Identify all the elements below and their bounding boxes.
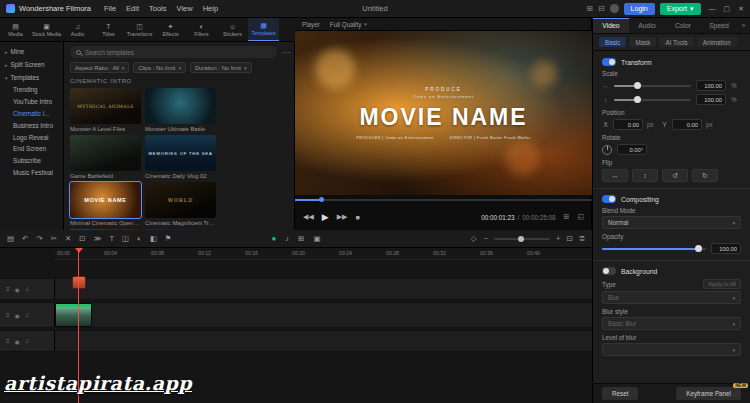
sidebar-item-subscribe[interactable]: Subscribe <box>0 155 63 167</box>
close-icon[interactable]: ✕ <box>738 5 744 13</box>
minimize-icon[interactable]: — <box>709 5 716 12</box>
template-card-minimal-cinematic-opener-02[interactable]: MOVIE NAMEMinimal Cinematic Opener 02 <box>70 182 141 226</box>
blend-mode-dropdown[interactable]: Normal ▾ <box>602 216 741 229</box>
menu-edit[interactable]: Edit <box>126 4 139 13</box>
tab-filters[interactable]: ◐Filters <box>186 18 217 41</box>
fullscreen-icon[interactable]: ◱ <box>577 213 584 221</box>
snapshot-icon[interactable]: ⊞ <box>298 234 304 243</box>
rotate-cw-icon[interactable]: ↻ <box>692 169 718 182</box>
sidebar-item-business-intro[interactable]: Business Intro <box>0 119 63 131</box>
tab-titles[interactable]: TTitles <box>93 18 124 41</box>
playback-progress-bar[interactable] <box>295 199 592 201</box>
record-icon[interactable]: ● <box>272 234 277 243</box>
quality-dropdown[interactable]: Full Quality ▾ <box>330 21 367 28</box>
sidebar-group-mine[interactable]: ▸Mine <box>0 45 63 58</box>
menu-help[interactable]: Help <box>203 4 218 13</box>
screen-record-icon[interactable]: ▣ <box>313 234 320 243</box>
template-card-cinematic-daily-vlog-02[interactable]: MEMORIES OF THE SEACinematic Daily Vlog … <box>145 135 216 179</box>
split-icon[interactable]: ✂ <box>51 234 57 243</box>
transform-toggle[interactable] <box>602 58 616 66</box>
marker-icon[interactable]: ⚑ <box>165 234 172 243</box>
scale-x-value[interactable]: 100.00 <box>696 80 726 91</box>
video-clip[interactable] <box>55 303 92 327</box>
next-frame-icon[interactable]: ▶▶ <box>337 213 348 221</box>
filter-duration-no-limit[interactable]: Duration : No limit▾ <box>190 62 252 73</box>
export-caret-icon[interactable]: ▾ <box>690 5 694 13</box>
sidebar-item-end-screen[interactable]: End Screen <box>0 143 63 155</box>
zoom-slider[interactable] <box>494 238 550 240</box>
transition-icon[interactable]: ◫ <box>122 234 129 243</box>
tab-effects[interactable]: ✦Effects <box>155 18 186 41</box>
opacity-value[interactable]: 100.00 <box>711 243 741 254</box>
filter-clips-no-limit[interactable]: Clips : No limit▾ <box>133 62 186 73</box>
keyframe-panel-button[interactable]: Keyframe Panel NEW <box>676 387 741 400</box>
export-button[interactable]: Export▾ <box>660 3 701 15</box>
tab-audio[interactable]: ♫Audio <box>62 18 93 41</box>
subtab-basic[interactable]: Basic <box>599 37 626 47</box>
track-options-icon[interactable]: ≡ <box>6 338 10 344</box>
filter-aspect-ratio-all[interactable]: Aspect Ratio : All▾ <box>70 62 129 73</box>
scale-x-slider[interactable] <box>614 85 691 87</box>
maximize-icon[interactable]: ▢ <box>724 5 731 13</box>
redo-icon[interactable]: ↷ <box>36 234 42 243</box>
progress-knob[interactable] <box>319 197 324 202</box>
sidebar-item-trending[interactable]: Trending <box>0 84 63 96</box>
rotate-dial[interactable] <box>602 145 612 155</box>
background-toggle[interactable] <box>602 267 616 275</box>
visibility-icon[interactable]: ◉ <box>15 312 20 319</box>
previous-frame-icon[interactable]: ◀◀ <box>303 213 314 221</box>
sidebar-item-youtube-intro[interactable]: YouTube Intro <box>0 96 63 108</box>
chroma-key-icon[interactable]: ◐ <box>137 234 142 243</box>
voiceover-icon[interactable]: ♪ <box>285 234 289 243</box>
panel-icon[interactable]: ⊟ <box>598 4 605 13</box>
menu-file[interactable]: File <box>104 4 116 13</box>
sidebar-item-logo-reveal[interactable]: Logo Reveal <box>0 131 63 143</box>
tab-stickers[interactable]: ☺Stickers <box>217 18 248 41</box>
visibility-icon[interactable]: ◉ <box>15 286 20 293</box>
compositing-toggle[interactable] <box>602 195 616 203</box>
mute-icon[interactable]: ♫ <box>25 312 30 318</box>
tab-video[interactable]: Video <box>593 18 629 33</box>
position-x-value[interactable]: 0.00 <box>613 119 643 130</box>
zoom-knob[interactable] <box>518 236 524 242</box>
mask-icon[interactable]: ◧ <box>150 234 157 243</box>
track-options-icon[interactable]: ≡ <box>6 286 10 292</box>
marker-clip[interactable] <box>72 276 86 289</box>
reset-button[interactable]: Reset <box>602 387 638 400</box>
video-track-2-header[interactable]: ≡◉♫ <box>0 279 55 299</box>
fit-timeline-icon[interactable]: ⊡ <box>566 234 572 243</box>
scale-y-slider[interactable] <box>614 99 691 101</box>
blur-style-dropdown[interactable]: Basic Blur ▾ <box>602 317 741 330</box>
crop-icon[interactable]: ⊡ <box>79 234 85 243</box>
subtab-ai-tools[interactable]: AI Tools <box>659 37 693 47</box>
mute-icon[interactable]: ♫ <box>25 286 30 292</box>
flip-horizontal-icon[interactable]: ↔ <box>602 169 628 182</box>
template-card-game-battlefield[interactable]: Game Battlefield <box>70 135 141 179</box>
tab-speed[interactable]: Speed <box>701 18 737 33</box>
background-type-dropdown[interactable]: Blur ▾ <box>602 291 741 304</box>
rotate-value[interactable]: 0.00° <box>617 144 647 155</box>
snapshot-icon[interactable]: ⊞ <box>564 213 570 221</box>
collapse-panel-icon[interactable]: » <box>737 18 750 33</box>
visibility-icon[interactable]: ◉ <box>15 338 20 345</box>
video-track-1-header[interactable]: ≡◉♫ <box>0 303 55 327</box>
tab-transitions[interactable]: ◫Transitions <box>124 18 155 41</box>
playhead-handle[interactable] <box>75 248 83 253</box>
text-icon[interactable]: T <box>109 234 114 243</box>
play-icon[interactable]: ▶ <box>322 212 329 222</box>
undo-icon[interactable]: ↶ <box>22 234 28 243</box>
subtab-mask[interactable]: Mask <box>629 37 656 47</box>
media-bin-icon[interactable]: ▤ <box>7 234 14 243</box>
tab-color[interactable]: Color <box>665 18 701 33</box>
template-card-cinematic-magnificent-trail[interactable]: WORLDCinematic Magnificent Trail... <box>145 182 216 226</box>
sidebar-item-cinematic-i[interactable]: Cinematic I... <box>0 108 63 120</box>
menu-tools[interactable]: Tools <box>149 4 167 13</box>
timeline-ruler[interactable]: 00:0000:0400:0800:1200:1600:2000:2400:28… <box>55 248 592 260</box>
zoom-in-icon[interactable]: + <box>556 234 560 243</box>
menu-view[interactable]: View <box>177 4 193 13</box>
layout-icon[interactable]: ⊞ <box>586 4 593 13</box>
blur-level-dropdown[interactable]: ▾ <box>602 343 741 356</box>
tab-audio[interactable]: Audio <box>629 18 665 33</box>
flip-vertical-icon[interactable]: ↕ <box>632 169 658 182</box>
rotate-ccw-icon[interactable]: ↺ <box>662 169 688 182</box>
